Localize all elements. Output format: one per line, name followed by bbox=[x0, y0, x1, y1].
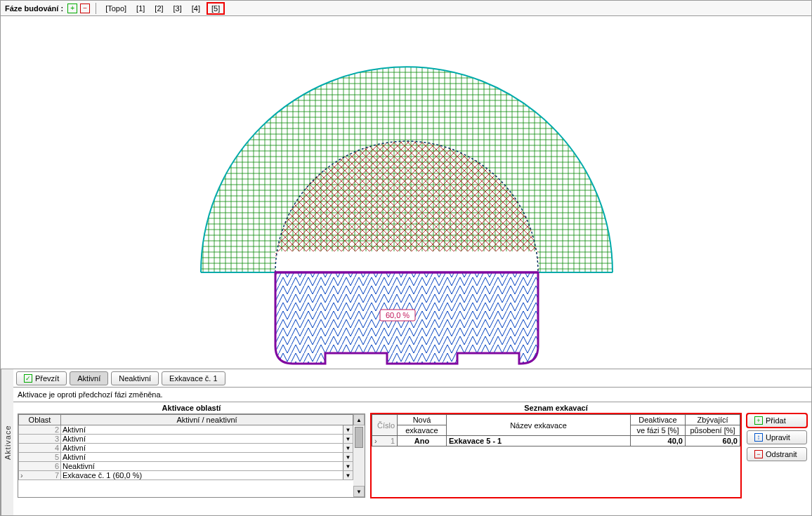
areas-group: Aktivace oblastí Oblast Aktivní / neakti… bbox=[18, 402, 365, 511]
phase-tab-3[interactable]: [3] bbox=[170, 4, 185, 13]
area-row[interactable]: 2Aktivní▼ bbox=[19, 425, 353, 435]
area-row-num: 2 bbox=[19, 425, 61, 435]
phasebar-label: Fáze budování : bbox=[5, 4, 63, 13]
chevron-down-icon[interactable]: ▼ bbox=[343, 471, 353, 479]
active-button[interactable]: Aktivní bbox=[70, 371, 108, 385]
status-message: Aktivace je oproti předchozí fázi změněn… bbox=[13, 388, 811, 402]
minus-icon: − bbox=[754, 450, 763, 458]
excavations-title: Seznam exkavací bbox=[371, 402, 741, 414]
excavations-group: Seznam exkavací Číslo Nová Název exkavac… bbox=[371, 402, 741, 511]
edit-button[interactable]: ↕ Upravit bbox=[747, 430, 807, 444]
chevron-down-icon[interactable]: ▼ bbox=[343, 462, 353, 470]
take-over-label: Převzít bbox=[35, 373, 59, 383]
area-row-state[interactable]: Exkavace č. 1 (60,0 %)▼ bbox=[61, 471, 353, 480]
panel-body: Aktivace oblastí Oblast Aktivní / neakti… bbox=[13, 402, 811, 515]
take-over-button[interactable]: ✓ Převzít bbox=[16, 371, 67, 385]
excavations-table-wrap: Číslo Nová Název exkavace Deaktivace Zbý… bbox=[371, 414, 741, 498]
areas-header-state: Aktivní / neaktivní bbox=[61, 415, 353, 425]
area-row[interactable]: 3Aktivní▼ bbox=[19, 435, 353, 444]
exc-header-rem2: působení [%] bbox=[686, 425, 740, 436]
phase-remove-icon[interactable]: − bbox=[80, 4, 90, 13]
edit-label: Upravit bbox=[766, 432, 790, 442]
area-row-state[interactable]: Aktivní▼ bbox=[61, 435, 353, 444]
edit-icon: ↕ bbox=[754, 433, 763, 442]
areas-header-num: Oblast bbox=[19, 415, 61, 425]
exc-row-deact: 40,0 bbox=[631, 436, 686, 446]
exc-header-deact1: Deaktivace bbox=[631, 415, 686, 425]
area-row[interactable]: 4Aktivní▼ bbox=[19, 444, 353, 453]
areas-table-wrap: Oblast Aktivní / neaktivní 2Aktivní▼3Akt… bbox=[18, 414, 365, 498]
area-row[interactable]: 6Neaktivní▼ bbox=[19, 462, 353, 471]
panel: ✓ Převzít Aktivní Neaktivní Exkavace č. … bbox=[13, 369, 811, 515]
plus-icon: + bbox=[754, 416, 763, 425]
excavation-row[interactable]: 1AnoExkavace 5 - 140,060,0 bbox=[372, 436, 740, 446]
area-row-state[interactable]: Aktivní▼ bbox=[61, 425, 353, 435]
exc-row-name: Exkavace 5 - 1 bbox=[447, 436, 631, 446]
areas-title: Aktivace oblastí bbox=[18, 402, 365, 414]
divider bbox=[96, 3, 96, 14]
action-buttons: + Přidat ↕ Upravit − Odstranit bbox=[747, 402, 807, 511]
scroll-down-icon[interactable]: ▼ bbox=[353, 486, 365, 497]
chevron-down-icon[interactable]: ▼ bbox=[343, 453, 353, 461]
phasebar: Fáze budování : + − [Topo] [1] [2] [3] [… bbox=[1, 1, 811, 16]
panel-toolbar: ✓ Převzít Aktivní Neaktivní Exkavace č. … bbox=[13, 369, 811, 388]
area-row[interactable]: 7Exkavace č. 1 (60,0 %)▼ bbox=[19, 471, 353, 480]
take-over-icon: ✓ bbox=[24, 374, 32, 383]
chevron-down-icon[interactable]: ▼ bbox=[343, 435, 353, 443]
chevron-down-icon[interactable]: ▼ bbox=[343, 425, 353, 434]
inactive-button[interactable]: Neaktivní bbox=[111, 371, 159, 385]
side-tab-aktivace[interactable]: Aktivace bbox=[1, 369, 13, 515]
scroll-up-icon[interactable]: ▲ bbox=[353, 414, 365, 425]
phase-add-icon[interactable]: + bbox=[67, 4, 77, 13]
exc-row-num: 1 bbox=[372, 436, 398, 446]
exc-row-remain: 60,0 bbox=[686, 436, 740, 446]
area-row-num: 6 bbox=[19, 462, 61, 471]
exc-header-deact2: ve fázi 5 [%] bbox=[631, 425, 686, 436]
chevron-down-icon[interactable]: ▼ bbox=[343, 444, 353, 452]
viewport[interactable]: 60,0 % bbox=[1, 16, 811, 369]
app-root: Fáze budování : + − [Topo] [1] [2] [3] [… bbox=[0, 0, 812, 516]
areas-scrollbar[interactable]: ▲ ▼ bbox=[353, 414, 365, 497]
exc-row-new: Ano bbox=[398, 436, 447, 446]
excavations-table: Číslo Nová Název exkavace Deaktivace Zbý… bbox=[372, 414, 740, 446]
exc-header-new2: exkavace bbox=[398, 425, 447, 436]
exc-header-rem1: Zbývající bbox=[686, 415, 740, 425]
remove-button[interactable]: − Odstranit bbox=[747, 447, 807, 461]
excavation-button[interactable]: Exkavace č. 1 bbox=[162, 371, 225, 385]
svg-text:60,0 %: 60,0 % bbox=[386, 311, 410, 319]
tunnel-diagram: 60,0 % bbox=[1, 16, 812, 370]
scroll-track[interactable] bbox=[353, 449, 365, 486]
exc-header-num: Číslo bbox=[372, 415, 398, 436]
phase-tab-1[interactable]: [1] bbox=[133, 4, 148, 13]
area-row-num: 7 bbox=[19, 471, 61, 480]
phase-tab-5[interactable]: [5] bbox=[207, 2, 225, 15]
add-button[interactable]: + Přidat bbox=[747, 414, 807, 428]
exc-header-new1: Nová bbox=[398, 415, 447, 425]
phase-tab-2[interactable]: [2] bbox=[151, 4, 166, 13]
percent-badge: 60,0 % bbox=[380, 310, 415, 321]
remove-label: Odstranit bbox=[766, 449, 797, 459]
area-row-num: 4 bbox=[19, 444, 61, 453]
exc-header-name: Název exkavace bbox=[447, 415, 631, 436]
area-row-state[interactable]: Aktivní▼ bbox=[61, 444, 353, 453]
area-row-num: 3 bbox=[19, 435, 61, 444]
areas-table: Oblast Aktivní / neaktivní 2Aktivní▼3Akt… bbox=[18, 414, 353, 497]
area-row[interactable]: 5Aktivní▼ bbox=[19, 453, 353, 462]
bottom-panel: Aktivace ✓ Převzít Aktivní Neaktivní Exk… bbox=[1, 369, 811, 515]
area-row-num: 5 bbox=[19, 453, 61, 462]
phase-tab-4[interactable]: [4] bbox=[188, 4, 204, 13]
scroll-thumb[interactable] bbox=[355, 427, 363, 448]
area-row-state[interactable]: Aktivní▼ bbox=[61, 453, 353, 462]
phase-tab-topo[interactable]: [Topo] bbox=[102, 4, 130, 13]
add-label: Přidat bbox=[766, 416, 786, 425]
area-row-state[interactable]: Neaktivní▼ bbox=[61, 462, 353, 471]
